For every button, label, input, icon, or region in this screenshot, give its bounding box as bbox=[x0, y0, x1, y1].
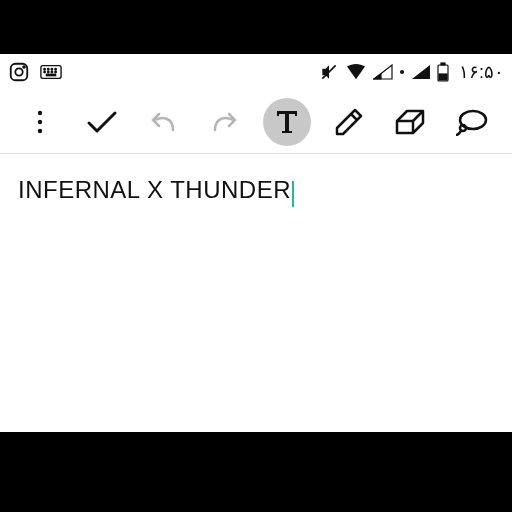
dot-icon bbox=[399, 69, 405, 75]
svg-point-6 bbox=[51, 69, 52, 70]
confirm-button[interactable] bbox=[78, 98, 126, 146]
svg-point-1 bbox=[15, 68, 22, 75]
text-tool-button[interactable] bbox=[263, 98, 311, 146]
phone-screen: ۱۶:۵۰ bbox=[0, 54, 512, 432]
redo-button[interactable] bbox=[201, 98, 249, 146]
svg-point-18 bbox=[38, 110, 42, 114]
toolbar bbox=[0, 90, 512, 154]
pen-tool-button[interactable] bbox=[325, 98, 373, 146]
editor-text: INFERNAL X THUNDER bbox=[18, 176, 291, 203]
editor-area[interactable]: INFERNAL X THUNDER bbox=[0, 154, 512, 229]
svg-point-9 bbox=[48, 71, 49, 72]
undo-button[interactable] bbox=[139, 98, 187, 146]
more-options-button[interactable] bbox=[16, 98, 64, 146]
svg-line-21 bbox=[351, 114, 357, 120]
svg-point-2 bbox=[23, 66, 25, 68]
status-bar: ۱۶:۵۰ bbox=[0, 54, 512, 90]
svg-point-5 bbox=[48, 69, 49, 70]
svg-rect-12 bbox=[46, 74, 55, 75]
signal-1-icon bbox=[373, 64, 393, 80]
status-time: ۱۶:۵۰ bbox=[459, 61, 504, 83]
signal-2-icon bbox=[411, 64, 431, 80]
svg-point-10 bbox=[51, 71, 52, 72]
svg-point-4 bbox=[44, 69, 45, 70]
svg-point-19 bbox=[38, 119, 42, 123]
battery-icon bbox=[437, 62, 449, 82]
svg-rect-16 bbox=[441, 63, 445, 65]
wifi-icon bbox=[345, 63, 367, 81]
lasso-tool-button[interactable] bbox=[448, 98, 496, 146]
svg-point-7 bbox=[55, 69, 56, 70]
mute-icon bbox=[319, 62, 339, 82]
eraser-tool-button[interactable] bbox=[386, 98, 434, 146]
svg-point-14 bbox=[400, 70, 404, 74]
status-right: ۱۶:۵۰ bbox=[319, 61, 504, 83]
svg-point-11 bbox=[55, 71, 56, 72]
status-left bbox=[8, 61, 62, 83]
keyboard-icon bbox=[40, 64, 62, 80]
text-cursor bbox=[292, 181, 294, 207]
svg-point-26 bbox=[460, 125, 466, 131]
svg-point-20 bbox=[38, 128, 42, 132]
svg-line-24 bbox=[413, 111, 423, 121]
instagram-icon bbox=[8, 61, 30, 83]
svg-point-8 bbox=[44, 71, 45, 72]
svg-rect-17 bbox=[439, 74, 447, 80]
